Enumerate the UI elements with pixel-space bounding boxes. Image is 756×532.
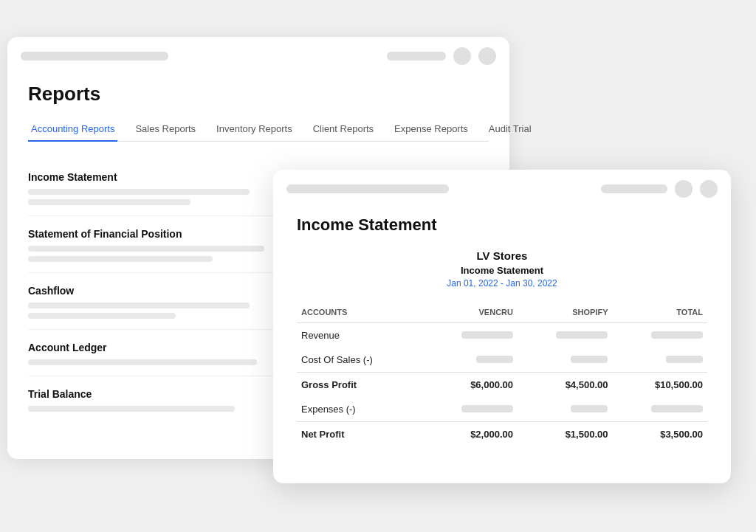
statement-date: Jan 01, 2022 - Jan 30, 2022 [297, 278, 707, 289]
vencru-revenue [422, 323, 518, 348]
total-cos [612, 348, 707, 373]
page-title: Reports [28, 83, 489, 106]
table-row: Expenses (-) [297, 397, 707, 422]
company-name: LV Stores [297, 249, 707, 262]
col-shopify: SHOPIFY [518, 302, 613, 323]
tab-audit-trial[interactable]: Audit Trial [486, 117, 535, 142]
table-header-row: ACCOUNTS VENCRU SHOPIFY TOTAL [297, 302, 707, 323]
tab-accounting-reports[interactable]: Accounting Reports [28, 117, 117, 142]
account-revenue: Revenue [297, 323, 422, 348]
account-gross-profit: Gross Profit [297, 373, 422, 398]
table-row-gross-profit: Gross Profit $6,000.00 $4,500.00 $10,500… [297, 373, 707, 398]
tab-client-reports[interactable]: Client Reports [310, 117, 377, 142]
vencru-expenses [422, 397, 518, 422]
titlebar-circle-front-1 [675, 180, 693, 198]
skeleton-line [28, 256, 213, 262]
skeleton-line [28, 246, 264, 252]
tab-expense-reports[interactable]: Expense Reports [391, 117, 471, 142]
table-row: Revenue [297, 323, 707, 348]
tab-inventory-reports[interactable]: Inventory Reports [213, 117, 295, 142]
skeleton-value [571, 405, 608, 412]
skeleton-line [28, 406, 235, 412]
vencru-gross-profit: $6,000.00 [422, 373, 518, 398]
account-net-profit: Net Profit [297, 422, 422, 447]
shopify-cos [518, 348, 613, 373]
skeleton-line [28, 199, 190, 205]
shopify-expenses [518, 397, 613, 422]
titlebar-circle-front-2 [700, 180, 718, 198]
table-row: Cost Of Sales (-) [297, 348, 707, 373]
tab-sales-reports[interactable]: Sales Reports [132, 117, 199, 142]
col-vencru: VENCRU [422, 302, 518, 323]
titlebar-bar-long [21, 52, 168, 61]
shopify-revenue [518, 323, 613, 348]
titlebar-circle-2 [478, 47, 496, 65]
skeleton-line [28, 303, 250, 308]
total-net-profit: $3,500.00 [612, 422, 707, 447]
tabs-nav: Accounting Reports Sales Reports Invento… [28, 117, 489, 142]
titlebar-circle-1 [453, 47, 471, 65]
account-expenses: Expenses (-) [297, 397, 422, 422]
detail-title: Income Statement [297, 215, 707, 235]
titlebar-bar-medium [387, 52, 446, 61]
income-statement-window: Income Statement LV Stores Income Statem… [273, 170, 731, 483]
skeleton-value [651, 405, 703, 412]
total-gross-profit: $10,500.00 [612, 373, 707, 398]
skeleton-line [28, 359, 257, 365]
skeleton-line [28, 189, 250, 195]
skeleton-value [651, 331, 703, 339]
vencru-net-profit: $2,000.00 [422, 422, 518, 447]
skeleton-line [28, 313, 176, 319]
shopify-net-profit: $1,500.00 [518, 422, 613, 447]
statement-header: LV Stores Income Statement Jan 01, 2022 … [297, 249, 707, 289]
total-revenue [612, 323, 707, 348]
skeleton-value [476, 356, 513, 363]
statement-subtitle: Income Statement [297, 265, 707, 276]
skeleton-value [666, 356, 703, 363]
titlebar-bar-front-long [286, 184, 449, 193]
statement-table: ACCOUNTS VENCRU SHOPIFY TOTAL Revenue Co… [297, 302, 707, 446]
skeleton-value [556, 331, 608, 339]
skeleton-value [461, 405, 513, 412]
vencru-cos [422, 348, 518, 373]
titlebar-back [7, 37, 509, 75]
col-accounts: ACCOUNTS [297, 302, 422, 323]
skeleton-value [571, 356, 608, 363]
account-cos: Cost Of Sales (-) [297, 348, 422, 373]
income-statement-body: Income Statement LV Stores Income Statem… [273, 208, 731, 461]
col-total: TOTAL [612, 302, 707, 323]
skeleton-value [461, 331, 513, 339]
titlebar-front [273, 170, 731, 208]
table-row-net-profit: Net Profit $2,000.00 $1,500.00 $3,500.00 [297, 422, 707, 447]
shopify-gross-profit: $4,500.00 [518, 373, 613, 398]
titlebar-bar-front-medium [601, 184, 667, 193]
total-expenses [612, 397, 707, 422]
